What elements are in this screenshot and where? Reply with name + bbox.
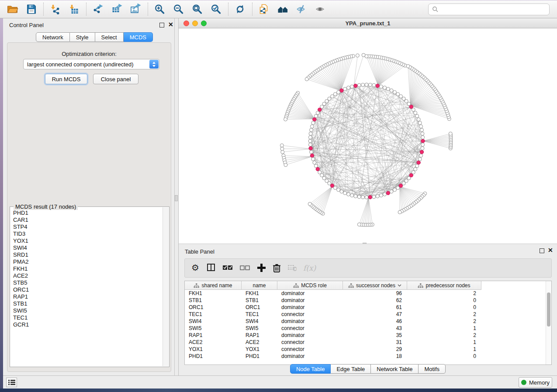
- mcds-result-item[interactable]: STB5: [13, 279, 162, 286]
- zoom-in-button[interactable]: [152, 2, 167, 16]
- control-panel-tabs: NetworkStyleSelectMCDS: [36, 32, 153, 42]
- unchecked-boxes-button[interactable]: [239, 264, 251, 272]
- cell-successor-nodes: 62: [343, 297, 402, 303]
- tab-network[interactable]: Network: [36, 32, 70, 42]
- import-network-button[interactable]: [47, 2, 63, 16]
- column-header-name[interactable]: name: [242, 281, 277, 290]
- column-header-shared-name[interactable]: shared name: [185, 281, 242, 290]
- column-header-MCDS-role[interactable]: MCDS role: [277, 281, 343, 290]
- checked-boxes-button[interactable]: [222, 264, 233, 272]
- column-header-predecessor-nodes[interactable]: predecessor nodes: [407, 281, 481, 290]
- toolbar-separator: [228, 3, 228, 16]
- mcds-result-item[interactable]: SWI5: [13, 307, 162, 314]
- task-history-button[interactable]: [6, 378, 17, 387]
- table-row[interactable]: PHD1PHD1dominator180: [185, 353, 546, 360]
- table-row[interactable]: ORC1ORC1dominator610: [185, 304, 546, 311]
- mcds-result-item[interactable]: TEC1: [13, 314, 162, 321]
- mcds-result-item[interactable]: SWI4: [13, 244, 162, 251]
- tab-node-table[interactable]: Node Table: [290, 364, 331, 374]
- svg-text:⚙: ⚙: [191, 264, 199, 272]
- cell-predecessor-nodes: 0: [407, 297, 476, 303]
- import-table-button[interactable]: [66, 2, 82, 16]
- open-file-button[interactable]: [4, 2, 20, 16]
- zoom-selected-button[interactable]: [208, 2, 224, 16]
- tab-edge-table[interactable]: Edge Table: [331, 364, 371, 374]
- mcds-result-item[interactable]: TID3: [13, 230, 162, 237]
- tab-motifs[interactable]: Motifs: [419, 364, 446, 374]
- tab-mcds[interactable]: MCDS: [124, 32, 153, 42]
- network-graph[interactable]: [179, 28, 557, 244]
- mcds-result-item[interactable]: YOX1: [13, 237, 162, 244]
- mcds-result-item[interactable]: GCR1: [13, 321, 162, 328]
- cell-name: ORC1: [246, 304, 260, 310]
- mcds-result-item[interactable]: PHD1: [13, 210, 162, 217]
- criterion-select[interactable]: largest connected component (undirected): [23, 59, 159, 69]
- table-row[interactable]: STB1STB1dominator620: [185, 297, 546, 304]
- cell-shared-name: TEC1: [189, 311, 202, 317]
- table-panel: Table Panel ✕ ⚙✕f(x) shared namenameMCDS…: [178, 244, 557, 375]
- mcds-result-title: MCDS result (17 nodes): [14, 203, 78, 210]
- gear-button[interactable]: ⚙: [191, 264, 201, 272]
- mcds-result-item[interactable]: ORC1: [13, 286, 162, 293]
- network-canvas[interactable]: [179, 28, 557, 244]
- divider-handle[interactable]: [175, 195, 178, 201]
- table-scrollbar-thumb[interactable]: [547, 292, 550, 327]
- table-row[interactable]: FKH1FKH1dominator962: [185, 290, 546, 297]
- column-label: successor nodes: [356, 282, 395, 289]
- table-row[interactable]: ACE2ACE2connector311: [185, 339, 546, 346]
- show-all-icon: [315, 3, 326, 15]
- export-image-button[interactable]: [128, 2, 143, 16]
- cell-successor-nodes: 29: [343, 346, 402, 352]
- import-table-icon: [68, 3, 80, 15]
- column-label: name: [253, 282, 266, 289]
- hide-selected-button[interactable]: [294, 2, 309, 16]
- control-panel-float-icon[interactable]: [159, 23, 164, 28]
- column-header-successor-nodes[interactable]: successor nodes: [343, 281, 407, 290]
- plus-button[interactable]: [257, 264, 266, 272]
- table-row[interactable]: RAP1RAP1dominator352: [185, 332, 546, 339]
- export-network-button[interactable]: [90, 2, 106, 16]
- control-panel-close-icon[interactable]: ✕: [168, 22, 173, 27]
- mcds-result-item[interactable]: STB1: [13, 300, 162, 307]
- zoom-out-button[interactable]: [170, 2, 186, 16]
- panel-divider[interactable]: [175, 18, 178, 375]
- table-row[interactable]: SWI5SWI5connector431: [185, 325, 546, 332]
- tab-style[interactable]: Style: [70, 32, 95, 42]
- cell-shared-name: ACE2: [189, 339, 202, 345]
- table-row[interactable]: YOX1YOX1connector291: [185, 346, 546, 353]
- mcds-result-item[interactable]: STP4: [13, 224, 162, 230]
- table-row[interactable]: TEC1TEC1connector472: [185, 311, 546, 318]
- mcds-result-item[interactable]: SRD1: [13, 251, 162, 258]
- network-window-titlebar[interactable]: YPA_prune.txt_1: [179, 18, 557, 28]
- table-panel-float-icon[interactable]: [540, 248, 544, 253]
- trash-button[interactable]: [272, 264, 281, 272]
- tab-network-table[interactable]: Network Table: [371, 364, 419, 374]
- columns-icon: [207, 264, 216, 272]
- zoom-fit-button[interactable]: [189, 2, 205, 16]
- show-all-button[interactable]: [312, 2, 328, 16]
- columns-button[interactable]: [207, 264, 216, 272]
- cell-successor-nodes: 47: [343, 311, 402, 317]
- tab-select[interactable]: Select: [95, 32, 124, 42]
- duplicate-network-button[interactable]: [256, 2, 272, 16]
- table-panel-close-icon[interactable]: ✕: [548, 248, 553, 253]
- mcds-result-item[interactable]: FKH1: [13, 265, 162, 272]
- mcds-result-item[interactable]: ACE2: [13, 272, 162, 279]
- close-panel-button[interactable]: Close panel: [93, 74, 138, 84]
- table-row[interactable]: SWI4SWI4dominator462: [185, 318, 546, 325]
- cell-mcds-role: dominator: [281, 318, 304, 324]
- first-neighbors-button[interactable]: [275, 2, 291, 16]
- save-session-button[interactable]: [23, 2, 39, 16]
- mcds-result-scrollbar[interactable]: [163, 207, 169, 366]
- refresh-button[interactable]: [232, 2, 248, 16]
- mcds-result-item[interactable]: CAR1: [13, 217, 162, 224]
- mcds-result-item[interactable]: PMA2: [13, 258, 162, 265]
- run-mcds-button[interactable]: Run MCDS: [45, 74, 87, 84]
- export-table-button[interactable]: [109, 2, 125, 16]
- cell-name: STB1: [246, 297, 259, 303]
- memory-button[interactable]: Memory: [519, 377, 552, 388]
- table-scrollbar[interactable]: [546, 281, 551, 364]
- search-input[interactable]: [428, 3, 550, 15]
- mcds-result-item[interactable]: RAP1: [13, 293, 162, 300]
- network-view-panel: YPA_prune.txt_1: [178, 18, 557, 244]
